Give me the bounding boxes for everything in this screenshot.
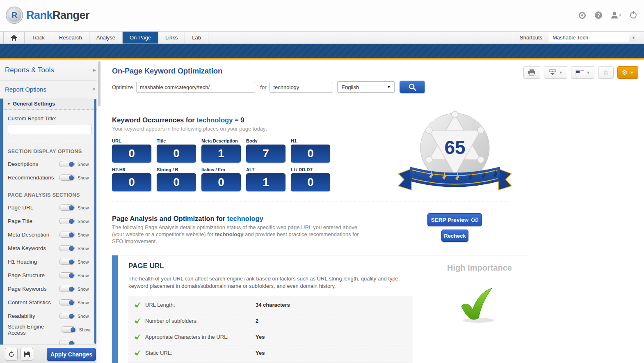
tab-home[interactable]	[3, 32, 25, 44]
logo-text: RankRanger	[26, 9, 89, 22]
favorite-button[interactable]: ☆	[598, 66, 613, 79]
sidebar-item-report-options[interactable]: Report Options ▼	[0, 81, 101, 98]
help-icon[interactable]: ?	[595, 11, 602, 19]
custom-report-title-input[interactable]	[8, 124, 92, 134]
recommendations-toggle[interactable]	[59, 175, 75, 181]
sidebar-accent-bar	[0, 99, 3, 345]
sidebar-inner-scrollbar[interactable]	[94, 99, 96, 344]
language-caret-icon: ▼	[587, 71, 590, 75]
page-analysis-sections-title: PAGE ANALYSIS SECTIONS	[8, 192, 93, 198]
content-statistics-toggle[interactable]	[59, 299, 75, 306]
serp-preview-button[interactable]: SERP Preview	[427, 213, 482, 226]
metric-body: Body 7	[246, 138, 285, 163]
toggle-row-content-statistics: Content Statistics Show	[8, 299, 93, 306]
page-title: On-Page Keyword Optimization	[112, 67, 222, 76]
descriptions-toggle[interactable]	[59, 161, 75, 167]
sidebar-footer: Apply Changes	[0, 345, 96, 363]
sidebar-scrollbar[interactable]	[97, 60, 101, 363]
divider	[112, 202, 510, 202]
sidebar-item-reports-tools[interactable]: Reports & Tools ▶	[0, 60, 101, 81]
page-keywords-toggle[interactable]	[59, 286, 75, 292]
section-accent-bar	[112, 255, 118, 363]
score-badge: 65	[397, 108, 512, 196]
analysis-description: The following Page Analysis details opti…	[112, 224, 370, 245]
search-engine-access-toggle[interactable]	[61, 326, 76, 333]
reports-tools-label: Reports & Tools	[5, 66, 54, 74]
shortcuts-link[interactable]: Shortcuts	[513, 32, 549, 44]
export-button[interactable]: ▼	[544, 66, 567, 79]
home-icon	[11, 35, 17, 41]
page-title-toggle[interactable]	[59, 218, 75, 224]
section-description: The health of your URL can affect search…	[128, 275, 403, 290]
table-row-url-length: URL Length: 34 characters	[128, 297, 413, 313]
logo-ranger: Ranger	[53, 9, 89, 21]
rankranger-logo[interactable]: R RankRanger	[6, 7, 89, 24]
readability-toggle[interactable]	[59, 313, 75, 319]
keyword-input[interactable]	[269, 82, 333, 93]
tab-analyse[interactable]: Analyse	[89, 32, 123, 44]
refresh-icon	[8, 351, 15, 358]
save-button[interactable]	[21, 348, 33, 361]
metrics-row-2: H2-H6 0 Strong / B 0 Italics / Em 0 ALT …	[112, 167, 330, 191]
occurrences-keyword[interactable]: technology	[196, 116, 233, 124]
language-button[interactable]: ▼	[571, 66, 595, 79]
logo-rank: Rank	[26, 9, 53, 21]
metric-li-dd-dt: LI / DD-DT 0	[291, 167, 330, 191]
metric-h1: H1 0	[291, 138, 330, 163]
recheck-button[interactable]: Recheck	[441, 230, 468, 242]
analysis-keyword[interactable]: technology	[227, 215, 263, 222]
tab-research[interactable]: Research	[52, 32, 89, 44]
for-label: for	[260, 84, 266, 90]
metric-alt: ALT 1	[246, 167, 285, 191]
settings-gear-icon: ⚙	[622, 69, 628, 76]
language-select[interactable]: English ▼	[337, 81, 395, 93]
export-icon	[548, 69, 557, 76]
banner-strip	[0, 44, 644, 58]
account-icon[interactable]: ▾	[611, 12, 621, 18]
sync-icon[interactable]	[579, 12, 586, 19]
url-input[interactable]	[136, 82, 255, 93]
tab-lab[interactable]: Lab	[185, 32, 208, 44]
account-caret-icon: ▾	[619, 13, 621, 17]
tab-on-page[interactable]: On-Page	[123, 32, 158, 44]
profile-selector[interactable]: Mashable Tech ▼	[549, 33, 638, 42]
eye-icon	[471, 218, 478, 222]
metric-title: Title 0	[157, 138, 196, 163]
analysis-rows-panel: URL Length: 34 characters Number of subf…	[128, 296, 413, 363]
optimize-label: Optimize	[112, 84, 133, 90]
apply-changes-button[interactable]: Apply Changes	[47, 348, 96, 361]
optimize-form: Optimize for English ▼	[112, 81, 425, 93]
check-icon	[134, 302, 141, 308]
page-url-section: PAGE URL The health of your URL can affe…	[112, 255, 530, 363]
metric-strong-b: Strong / B 0	[157, 167, 196, 191]
h1-heading-toggle[interactable]	[59, 259, 75, 265]
tab-links[interactable]: Links	[158, 32, 185, 44]
tab-track[interactable]: Track	[25, 32, 52, 44]
search-button[interactable]	[400, 81, 425, 93]
metric-url: URL 0	[112, 138, 151, 163]
chevron-right-icon: ▶	[93, 68, 96, 72]
report-toolbar: ▼ ▼ ☆ ⚙ ▼	[523, 66, 638, 79]
meta-keywords-toggle[interactable]	[59, 245, 75, 251]
sidebar: Reports & Tools ▶ Report Options ▼ ▼ Gen…	[0, 60, 101, 363]
metric-h2-h6: H2-H6 0	[112, 167, 151, 191]
profile-selector-caret-icon[interactable]: ▼	[629, 33, 638, 42]
meta-description-toggle[interactable]	[59, 232, 75, 238]
table-row-subfolders: Number of subfolders: 2	[128, 313, 413, 329]
badge-score: 65	[444, 137, 465, 158]
select-caret-icon: ▼	[387, 85, 391, 89]
metric-meta-description: Meta Description 1	[201, 138, 241, 163]
general-settings-header[interactable]: ▼ General Settings	[3, 98, 101, 110]
report-options-label: Report Options	[5, 86, 46, 93]
caret-down-icon: ▼	[7, 102, 11, 106]
language-select-value: English	[341, 84, 359, 90]
toggle-row-page-structure: Page Structure Show	[8, 271, 93, 279]
big-check-icon	[459, 287, 500, 324]
page-structure-toggle[interactable]	[59, 272, 75, 278]
power-icon[interactable]	[630, 12, 637, 18]
refresh-button[interactable]	[5, 348, 18, 361]
toggle-row-page-title: Page Title Show	[8, 217, 93, 225]
page-url-toggle[interactable]	[59, 204, 75, 211]
print-button[interactable]	[523, 66, 540, 79]
settings-button[interactable]: ⚙ ▼	[617, 66, 638, 79]
